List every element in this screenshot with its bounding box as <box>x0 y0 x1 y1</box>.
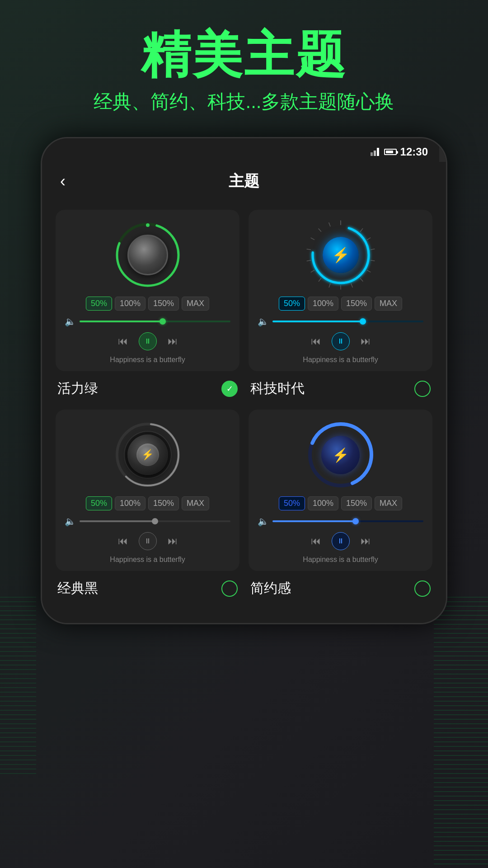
pct-btn-150-cyan[interactable]: 150% <box>341 297 372 311</box>
knob-area-green <box>112 219 184 291</box>
volume-row-blue: 🔈 <box>256 516 425 527</box>
pct-btn-50-green[interactable]: 50% <box>86 297 112 311</box>
pct-btn-max-blue[interactable]: MAX <box>375 496 402 510</box>
transport-row-cyan: ⏮ ⏸ ⏭ <box>256 332 425 350</box>
radio-unselected-blue[interactable] <box>414 580 431 597</box>
volume-slider-green[interactable] <box>80 321 230 322</box>
next-btn-gray[interactable]: ⏭ <box>168 535 178 547</box>
pct-btn-100-green[interactable]: 100% <box>115 297 145 311</box>
play-pause-cyan[interactable]: ⏸ <box>332 332 350 350</box>
sub-title: 经典、简约、科技...多款主题随心换 <box>94 89 394 114</box>
svg-line-13 <box>350 283 353 288</box>
pct-btn-max-cyan[interactable]: MAX <box>375 297 402 311</box>
pct-btn-150-green[interactable]: 150% <box>148 297 179 311</box>
song-title-green: Happiness is a butterfly <box>110 356 185 364</box>
theme-card-cyan[interactable]: ⚡ 50% 100% 150% MAX 🔈 <box>249 210 432 371</box>
volume-icon-blue: 🔈 <box>258 516 269 527</box>
svg-line-12 <box>359 278 363 281</box>
pct-buttons-gray: 50% 100% 150% MAX <box>86 496 209 510</box>
theme-name-cyan: 科技时代 <box>250 379 305 398</box>
prev-btn-green[interactable]: ⏮ <box>118 335 128 347</box>
volume-row-gray: 🔈 <box>63 516 232 527</box>
next-btn-blue[interactable]: ⏭ <box>361 535 371 547</box>
volume-slider-blue[interactable] <box>272 520 423 522</box>
themes-grid: 50% 100% 150% MAX 🔈 <box>56 210 432 371</box>
transport-row-green: ⏮ ⏸ ⏭ <box>63 332 232 350</box>
knob-area-cyan: ⚡ <box>305 219 377 291</box>
knob-body-green <box>127 235 168 275</box>
pct-btn-100-blue[interactable]: 100% <box>308 496 338 510</box>
pct-btn-100-cyan[interactable]: 100% <box>308 297 338 311</box>
pct-btn-150-blue[interactable]: 150% <box>341 496 372 510</box>
svg-line-7 <box>360 228 363 232</box>
pct-buttons-cyan: 50% 100% 150% MAX <box>279 297 402 311</box>
svg-line-17 <box>310 269 314 274</box>
phone-mockup: 12:30 ‹ 主题 <box>41 137 447 624</box>
knob-body-cyan: ⚡ <box>323 237 359 273</box>
pct-btn-150-gray[interactable]: 150% <box>148 496 179 510</box>
pct-buttons-blue: 50% 100% 150% MAX <box>279 496 402 510</box>
radio-unselected-gray[interactable] <box>221 580 238 597</box>
themes-container: 50% 100% 150% MAX 🔈 <box>42 201 446 623</box>
volume-slider-gray[interactable] <box>80 520 230 522</box>
themes-grid-row2: ⚡ 50% 100% 150% MAX 🔈 <box>56 410 432 571</box>
theme-card-gray[interactable]: ⚡ 50% 100% 150% MAX 🔈 <box>56 410 239 571</box>
svg-line-19 <box>306 248 310 250</box>
signal-icon <box>371 148 380 156</box>
svg-line-16 <box>318 278 321 282</box>
theme-card-green[interactable]: 50% 100% 150% MAX 🔈 <box>56 210 239 371</box>
app-header-title: 主题 <box>229 171 259 192</box>
prev-btn-gray[interactable]: ⏮ <box>118 535 128 547</box>
radio-unselected-cyan[interactable] <box>414 381 431 397</box>
knob-area-gray: ⚡ <box>112 419 184 491</box>
play-pause-green[interactable]: ⏸ <box>139 332 157 350</box>
next-btn-green[interactable]: ⏭ <box>168 335 178 347</box>
pct-btn-max-gray[interactable]: MAX <box>182 496 209 510</box>
theme-label-cyan: 科技时代 <box>249 375 432 402</box>
volume-icon-cyan: 🔈 <box>258 316 269 327</box>
prev-btn-cyan[interactable]: ⏮ <box>311 335 321 347</box>
volume-icon-gray: 🔈 <box>65 516 76 527</box>
knob-body-blue: ⚡ <box>321 436 360 474</box>
back-button[interactable]: ‹ <box>60 172 66 191</box>
status-icons: 12:30 <box>371 146 428 158</box>
knob-area-blue: ⚡ <box>305 419 377 491</box>
svg-marker-0 <box>371 152 373 156</box>
pct-btn-50-gray[interactable]: 50% <box>86 496 112 510</box>
status-time: 12:30 <box>400 146 428 158</box>
lightning-icon-blue: ⚡ <box>332 447 349 463</box>
volume-slider-cyan[interactable] <box>272 321 423 322</box>
theme-name-blue: 简约感 <box>250 579 291 598</box>
pct-btn-100-gray[interactable]: 100% <box>115 496 145 510</box>
volume-row-green: 🔈 <box>63 316 232 327</box>
transport-row-gray: ⏮ ⏸ ⏭ <box>63 532 232 550</box>
song-title-blue: Happiness is a butterfly <box>303 556 378 564</box>
volume-icon-green: 🔈 <box>65 316 76 327</box>
bg-lines-right <box>434 597 488 868</box>
knob-body-classic: ⚡ <box>127 434 168 475</box>
theme-card-blue[interactable]: ⚡ 50% 100% 150% MAX 🔈 <box>249 410 432 571</box>
play-pause-gray[interactable]: ⏸ <box>139 532 157 550</box>
play-pause-blue[interactable]: ⏸ <box>332 532 350 550</box>
theme-name-gray: 经典黑 <box>57 579 98 598</box>
svg-line-8 <box>367 237 371 241</box>
svg-line-21 <box>318 228 322 231</box>
svg-line-10 <box>371 259 375 262</box>
volume-row-cyan: 🔈 <box>256 316 425 327</box>
radio-selected-green[interactable]: ✓ <box>221 381 238 397</box>
pct-btn-50-cyan[interactable]: 50% <box>279 297 305 311</box>
pct-btn-50-blue[interactable]: 50% <box>279 496 305 510</box>
svg-line-18 <box>306 259 310 262</box>
battery-icon <box>384 149 397 155</box>
pct-btn-max-green[interactable]: MAX <box>182 297 209 311</box>
knob-classic-inner: ⚡ <box>136 443 159 466</box>
content-wrapper: 精美主题 经典、简约、科技...多款主题随心换 12:30 <box>0 0 488 624</box>
svg-marker-2 <box>377 148 379 156</box>
svg-marker-1 <box>374 151 376 156</box>
next-btn-cyan[interactable]: ⏭ <box>361 335 371 347</box>
svg-line-11 <box>366 270 371 273</box>
song-title-gray: Happiness is a butterfly <box>110 556 185 564</box>
theme-label-green: 活力绿 ✓ <box>56 375 239 402</box>
prev-btn-blue[interactable]: ⏮ <box>311 535 321 547</box>
svg-line-22 <box>328 222 331 226</box>
